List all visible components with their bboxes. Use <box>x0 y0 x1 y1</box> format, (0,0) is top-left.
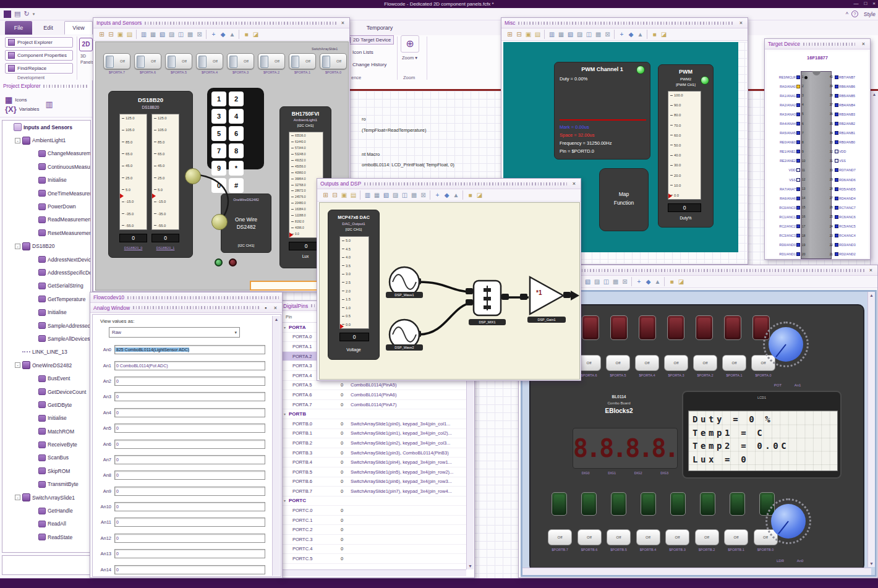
digital-pin-row[interactable]: ▾ PORTB <box>282 409 466 419</box>
group-expander-icon[interactable]: ▾ <box>282 325 288 330</box>
toolbar-icon[interactable]: ■ <box>462 190 475 200</box>
chip-pin[interactable]: 39RB6/ANB6 <box>827 82 867 91</box>
chip-pin[interactable]: RE3/MCLR1 <box>768 72 808 82</box>
tree-item[interactable]: ReceiveByte <box>2 438 90 451</box>
digital-pin-row[interactable]: PORTC.2 0 <box>282 525 466 535</box>
tree-item[interactable]: OneTimeMeasurement <box>2 187 90 200</box>
toolbar-icon[interactable]: ▲ <box>451 190 461 200</box>
tree-item[interactable]: - AmbientLight1 <box>2 134 90 147</box>
explorer-tab[interactable]: ▦Icons <box>5 95 40 104</box>
chip-pin[interactable]: RA5/ANA57 <box>768 129 808 138</box>
toolbar-icon[interactable]: ▤ <box>533 30 542 39</box>
analog-value-box[interactable]: 0 <box>114 408 265 417</box>
qat-caret-icon[interactable]: ▾ <box>33 12 35 17</box>
portb-switch-button[interactable]: Off <box>724 529 748 545</box>
group-expander-icon[interactable]: ▾ <box>282 412 288 416</box>
chip-pin[interactable]: RE2/ANE210 <box>768 156 808 166</box>
digital-pin-row[interactable]: PORTB.6 0 SwitchArraySlide1(pin6), keypa… <box>282 477 466 487</box>
digital-pin-row[interactable]: PORTA.7 0 ComboBL0114(PinA7) <box>282 400 466 410</box>
pwm-channel-block[interactable]: PWM Channel 1 Duty = 0.00% Mark = 0.00us… <box>554 62 650 160</box>
slide-switch[interactable]: Off $PORTA.4 <box>196 53 223 74</box>
toolbar-icon[interactable]: ▣ <box>524 30 533 39</box>
toolbar-icon[interactable]: + <box>430 190 442 200</box>
toolbar-icon[interactable]: ▧ <box>381 190 391 200</box>
porta-switch-button[interactable]: Off <box>693 355 717 371</box>
toolbar-icon[interactable]: ▩ <box>594 30 603 39</box>
keypad-key[interactable]: 4 <box>229 109 244 124</box>
board-vertical-scrollbar[interactable]: ▲ ▼ <box>867 292 875 567</box>
portb-switch-button[interactable]: Off <box>695 529 719 545</box>
keypad-key[interactable]: 2 <box>229 92 244 106</box>
toolbar-icon[interactable]: ■ <box>239 30 251 39</box>
chip-pin[interactable]: 34RB1/ANB1 <box>827 129 867 138</box>
toolbar-icon[interactable]: ▧ <box>158 30 167 39</box>
flowcode-doc-titlebar[interactable]: Flowcodev10 <box>90 292 282 303</box>
digital-pin-row[interactable]: PORTC.3 0 <box>282 535 466 545</box>
digital-pin-row[interactable]: PORTC.4 0 <box>282 545 466 555</box>
analog-value-box[interactable]: 0 <box>114 502 265 511</box>
portb-switch-button[interactable]: Off <box>665 529 689 545</box>
keypad-key[interactable]: 5 <box>211 126 226 141</box>
toolbar-icon[interactable]: ◆ <box>442 190 451 200</box>
toolbar-icon[interactable]: ▥ <box>544 30 556 39</box>
slide-switch[interactable]: Off $PORTA.7 <box>103 53 130 74</box>
tab-edit[interactable]: Edit <box>35 21 62 35</box>
dsp-wave2-label[interactable]: DSP_Wave2 <box>386 344 423 351</box>
onewire-block[interactable]: OneWireDS2482 One Wire DS2482 [I2C CH1] <box>221 194 271 253</box>
toolbar-icon[interactable]: ◫ <box>176 30 185 39</box>
component-properties-button[interactable]: Component Properties <box>5 50 73 61</box>
selected-strip[interactable] <box>250 281 323 291</box>
undo-icon[interactable]: ↻ <box>23 10 29 18</box>
close-icon[interactable]: × <box>339 20 346 26</box>
dsp-mix-label[interactable]: DSP_MIX1 <box>469 319 506 325</box>
digital-pin-row[interactable]: PORTB.2 0 SwitchArraySlide1(pin2), keypa… <box>282 438 466 448</box>
chip-pin[interactable]: 33RB0/ANB0 <box>827 138 867 147</box>
toolbar-icon[interactable]: + <box>206 30 218 39</box>
analog-value-box[interactable]: 0 <box>114 424 265 433</box>
dsp-wave1-label[interactable]: DSP_Wave1 <box>386 292 423 298</box>
analog-value-box[interactable]: 0 <box>114 565 265 574</box>
analog-value-box[interactable]: 0 <box>114 471 265 480</box>
keypad-key[interactable]: 9 <box>211 161 226 176</box>
keypad-key[interactable]: 1 <box>211 92 226 106</box>
dac-block[interactable]: MCP47x6 DAC DAC_Output1 [I2C CH1] 5.04.5… <box>328 210 380 360</box>
tree-item[interactable]: ReadState <box>2 530 90 543</box>
toolbar-icon[interactable]: ■ <box>664 277 676 286</box>
keypad-key[interactable]: 0 <box>211 178 226 193</box>
tab-view[interactable]: View <box>64 21 93 35</box>
tree-item[interactable]: Initialise <box>2 174 90 187</box>
digital-pin-row[interactable]: PORTB.5 0 SwitchArraySlide1(pin5), keypa… <box>282 467 466 477</box>
tree-item[interactable]: Initialise <box>2 412 90 425</box>
porta-switch-button[interactable]: Off <box>635 355 659 371</box>
toolbar-icon[interactable]: ▦ <box>556 30 566 39</box>
toolbar-icon[interactable]: ▨ <box>391 190 400 200</box>
misc-window-titlebar[interactable]: Misc× <box>501 18 748 28</box>
chip-pin[interactable]: RC2/ANC217 <box>768 222 808 231</box>
porta-switch-button[interactable]: Off <box>606 355 630 371</box>
chip-pin[interactable]: RA2/ANA24 <box>768 100 808 109</box>
tab-file[interactable]: File <box>5 21 32 35</box>
tree-item[interactable]: GetTemperature <box>2 292 90 305</box>
scroll-up-icon[interactable]: ▲ <box>273 316 280 322</box>
toolbar-icon[interactable]: ⊠ <box>603 30 612 39</box>
toolbar-icon[interactable]: + <box>614 30 626 39</box>
toolbar-icon[interactable]: ▣ <box>116 30 125 39</box>
digital-horizontal-scrollbar[interactable] <box>282 569 466 576</box>
toolbar-icon[interactable]: ▥ <box>360 190 372 200</box>
digital-pin-row[interactable]: PORTB.1 0 SwitchArraySlide1(pin1), keypa… <box>282 429 466 439</box>
toolbar-icon[interactable]: ▲ <box>653 277 662 286</box>
digital-pin-row[interactable]: ▾ PORTC <box>282 496 466 506</box>
keypad-key[interactable]: 3 <box>211 109 226 124</box>
toolbar-icon[interactable]: ⊠ <box>419 190 428 200</box>
app-titlebar[interactable]: Flowcode - Dedicated 2D component panels… <box>0 0 878 8</box>
tree-item[interactable]: ChangeMeasurementMode <box>2 147 90 160</box>
app-icon[interactable] <box>4 11 11 18</box>
scroll-down-icon[interactable]: ▼ <box>868 561 875 566</box>
bus-node[interactable] <box>211 214 228 230</box>
chip-pin[interactable]: RE0/ANE08 <box>768 138 808 147</box>
expander-icon[interactable]: - <box>15 138 20 143</box>
tree-item[interactable]: Initialise <box>2 305 90 318</box>
slide-switch[interactable]: Off $PORTA.0 <box>320 53 347 74</box>
tree-item[interactable]: GetIDByte <box>2 398 90 411</box>
chip-pin[interactable]: RA7/ANA713 <box>768 184 808 194</box>
